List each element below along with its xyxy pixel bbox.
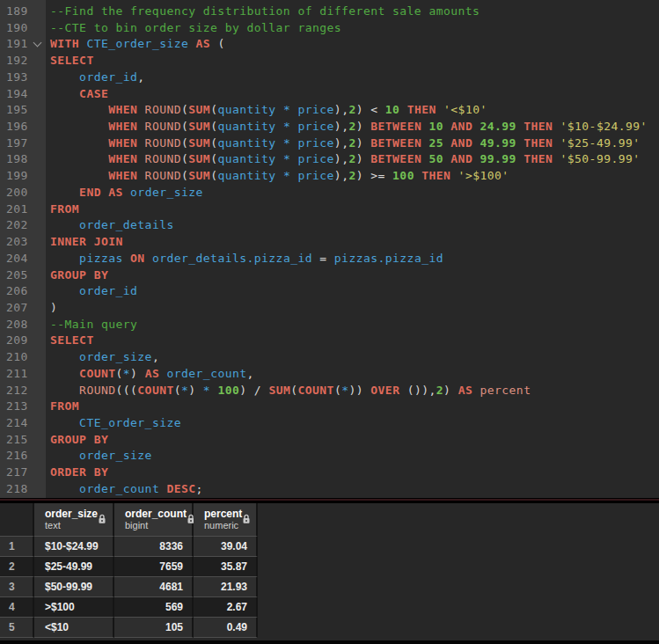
line-number[interactable]: 201 <box>0 201 46 218</box>
line-number[interactable]: 203 <box>0 234 46 251</box>
code-line[interactable]: 208--Main query <box>0 317 659 333</box>
column-header-order_count[interactable]: order_countbigint <box>114 503 194 537</box>
code-line[interactable]: 199 WHEN ROUND(SUM(quantity * price),2) … <box>0 168 659 185</box>
code-token: '$10-$24.99' <box>560 120 648 133</box>
code-token <box>50 218 79 231</box>
code-token: --Main query <box>50 318 137 331</box>
line-number[interactable]: 217 <box>0 465 46 481</box>
code-line[interactable]: 216 order_size <box>0 448 659 465</box>
line-number[interactable]: 200 <box>0 185 46 201</box>
line-number[interactable]: 191 <box>0 36 46 53</box>
code-line[interactable]: 205GROUP BY <box>0 267 659 284</box>
code-line[interactable]: 210 order_size, <box>0 349 659 366</box>
code-line[interactable]: 202 order_details <box>0 217 659 234</box>
line-number[interactable]: 199 <box>0 168 46 185</box>
line-number[interactable]: 190 <box>0 20 46 37</box>
row-number[interactable]: 4 <box>0 597 34 618</box>
column-header-text: order_countbigint <box>114 508 187 531</box>
code-line[interactable]: 198 WHEN ROUND(SUM(quantity * price),2) … <box>0 151 659 168</box>
code-text: order_id, <box>46 70 145 86</box>
cell-order_count[interactable]: 4681 <box>114 577 194 597</box>
code-line[interactable]: 200 END AS order_size <box>0 185 659 201</box>
code-token: AND <box>450 136 472 150</box>
line-number[interactable]: 205 <box>0 267 46 284</box>
cell-order_size[interactable]: >$100 <box>34 597 114 618</box>
code-line[interactable]: 209SELECT <box>0 333 659 349</box>
cell-order_count[interactable]: 569 <box>114 597 194 618</box>
cell-percent[interactable]: 35.87 <box>194 557 258 577</box>
code-lines: 189--Find the frequency distribution of … <box>0 4 659 498</box>
code-token <box>101 186 108 199</box>
row-number[interactable]: 5 <box>0 618 34 638</box>
code-line[interactable]: 207) <box>0 300 659 317</box>
cell-order_count[interactable]: 8336 <box>114 537 194 557</box>
code-line[interactable]: 197 WHEN ROUND(SUM(quantity * price),2) … <box>0 135 659 152</box>
cell-order_size[interactable]: $50-99.99 <box>34 577 114 597</box>
cell-order_count[interactable]: 7659 <box>114 557 194 577</box>
line-number[interactable]: 213 <box>0 399 46 415</box>
code-line[interactable]: 195 WHEN ROUND(SUM(quantity * price),2) … <box>0 102 659 119</box>
line-number[interactable]: 208 <box>0 317 46 333</box>
line-number[interactable]: 211 <box>0 366 46 383</box>
column-header-order_size[interactable]: order_sizetext <box>34 503 114 537</box>
line-number[interactable]: 194 <box>0 86 46 103</box>
row-number[interactable]: 3 <box>0 577 34 597</box>
code-line[interactable]: 214 CTE_order_size <box>0 415 659 432</box>
cell-order_size[interactable]: <$10 <box>34 618 114 638</box>
line-number[interactable]: 216 <box>0 448 46 465</box>
line-number[interactable]: 215 <box>0 432 46 449</box>
row-number[interactable]: 2 <box>0 557 34 577</box>
line-number[interactable]: 202 <box>0 217 46 234</box>
line-number[interactable]: 195 <box>0 102 46 119</box>
code-line[interactable]: 190--CTE to bin order size by dollar ran… <box>0 20 659 37</box>
cell-order_count[interactable]: 105 <box>114 618 194 638</box>
code-line[interactable]: 215GROUP BY <box>0 432 659 449</box>
line-number[interactable]: 214 <box>0 415 46 432</box>
line-number[interactable]: 193 <box>0 70 46 86</box>
code-line[interactable]: 206 order_id <box>0 283 659 300</box>
code-line[interactable]: 193 order_id, <box>0 70 659 86</box>
line-number[interactable]: 206 <box>0 283 46 300</box>
line-number[interactable]: 189 <box>0 4 46 20</box>
line-number[interactable]: 198 <box>0 151 46 168</box>
cell-percent[interactable]: 2.67 <box>194 597 258 618</box>
line-number[interactable]: 207 <box>0 300 46 317</box>
line-number[interactable]: 209 <box>0 333 46 349</box>
cell-percent[interactable]: 39.04 <box>194 537 258 557</box>
code-token: BETWEEN <box>370 120 421 133</box>
code-line[interactable]: 204 pizzas ON order_details.pizza_id = p… <box>0 251 659 267</box>
code-line[interactable]: 196 WHEN ROUND(SUM(quantity * price),2) … <box>0 119 659 135</box>
code-token <box>276 169 283 182</box>
code-line[interactable]: 217ORDER BY <box>0 465 659 481</box>
code-line[interactable]: 194 CASE <box>0 86 659 103</box>
line-number[interactable]: 218 <box>0 481 46 498</box>
cell-order_size[interactable]: $10-$24.99 <box>34 537 114 557</box>
code-line[interactable]: 211 COUNT(*) AS order_count, <box>0 366 659 383</box>
column-header-percent[interactable]: percentnumeric <box>194 503 258 537</box>
code-line[interactable]: 201FROM <box>0 201 659 218</box>
line-number[interactable]: 212 <box>0 383 46 399</box>
column-type: numeric <box>204 520 242 531</box>
cell-percent[interactable]: 21.93 <box>194 577 258 597</box>
fold-chevron-icon[interactable] <box>33 39 41 48</box>
select-all-corner[interactable] <box>0 503 34 537</box>
line-number[interactable]: 204 <box>0 251 46 267</box>
bottom-scrollbar-track[interactable] <box>0 640 659 644</box>
line-number[interactable]: 210 <box>0 349 46 366</box>
code-line[interactable]: 203INNER JOIN <box>0 234 659 251</box>
code-line[interactable]: 212 ROUND(((COUNT(*) * 100) / SUM(COUNT(… <box>0 383 659 399</box>
line-number[interactable]: 196 <box>0 119 46 135</box>
code-line[interactable]: 218 order_count DESC; <box>0 481 659 498</box>
cell-order_size[interactable]: $25-49.99 <box>34 557 114 577</box>
line-number[interactable]: 197 <box>0 135 46 152</box>
code-line[interactable]: 189--Find the frequency distribution of … <box>0 4 659 20</box>
data-grid[interactable]: order_sizetextorder_countbigintpercentnu… <box>0 503 258 638</box>
row-number[interactable]: 1 <box>0 537 34 557</box>
sql-editor[interactable]: 189--Find the frequency distribution of … <box>0 0 659 498</box>
code-line[interactable]: 192SELECT <box>0 53 659 70</box>
code-line[interactable]: 213FROM <box>0 399 659 415</box>
cell-percent[interactable]: 0.49 <box>194 618 258 638</box>
code-line[interactable]: 191WITH CTE_order_size AS ( <box>0 36 659 53</box>
line-number[interactable]: 192 <box>0 53 46 70</box>
code-text: ) <box>46 300 57 317</box>
